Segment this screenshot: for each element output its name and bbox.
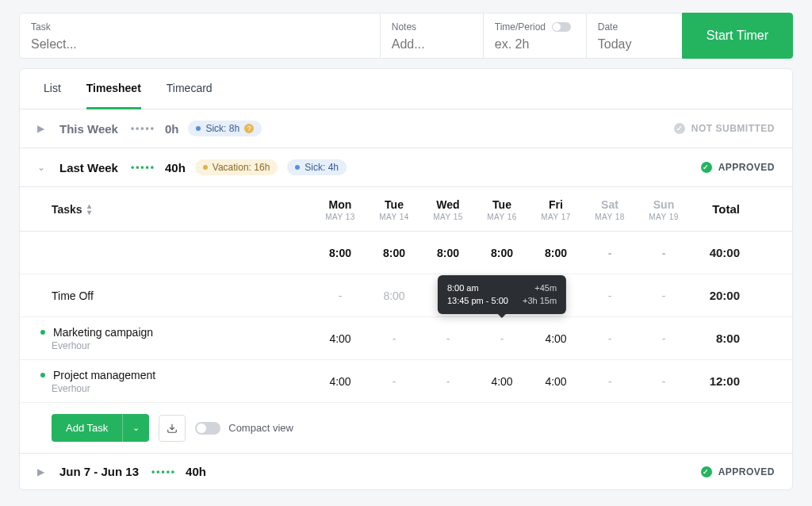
period-toggle[interactable] [552, 22, 571, 32]
tab-timecard[interactable]: Timecard [167, 69, 213, 109]
time-cell[interactable]: - [583, 289, 637, 302]
time-tooltip: 8:00 am+45m 13:45 pm - 5:00+3h 15m [438, 275, 566, 314]
time-field[interactable]: Time/Period [484, 13, 587, 59]
period-prev[interactable]: ▶ Jun 7 - Jun 13 ••••• 40h ✓APPROVED [20, 454, 792, 489]
notes-field[interactable]: Notes [381, 13, 484, 59]
period-title: Last Week [59, 161, 118, 174]
col-total: Total [691, 202, 762, 216]
status-dot-icon [40, 330, 45, 335]
col-tasks[interactable]: Tasks▴▾ [20, 203, 313, 216]
table-row: Marketing campaignEverhour 4:00 - - - 4:… [20, 317, 792, 360]
time-cell[interactable]: - [313, 289, 367, 302]
download-icon [167, 423, 178, 434]
sick-pill: Sick: 4h [287, 159, 347, 175]
period-this-week[interactable]: ▶ This Week ••••• 0h Sick: 8h? ✓NOT SUBM… [20, 109, 792, 148]
time-cell[interactable]: - [421, 332, 475, 345]
chevron-down-icon[interactable]: ⌄ [37, 162, 50, 173]
date-input[interactable] [598, 37, 671, 52]
table-row: Project managementEverhour 4:00 - - 4:00… [20, 360, 792, 403]
compact-view-control: Compact view [195, 422, 293, 435]
tab-list[interactable]: List [44, 69, 61, 109]
sick-pill: Sick: 8h? [188, 121, 262, 136]
col-day: MonMAY 13 [313, 187, 367, 231]
help-icon[interactable]: ? [244, 124, 254, 133]
row-summary: 8:00 8:00 8:00 8:00 8:00 - - 40:00 [20, 232, 792, 274]
period-hours: 40h [165, 161, 186, 174]
period-title: Jun 7 - Jun 13 [59, 465, 139, 478]
col-day: FriMAY 17 [529, 187, 583, 231]
row-total: 8:00 [691, 332, 762, 345]
time-cell[interactable]: - [583, 332, 637, 345]
col-day: SatMAY 18 [583, 187, 637, 231]
table-row: Time Off - 8:00 8:00 8:00 am+45m 13:45 p… [20, 274, 792, 317]
col-day: WedMAY 15 [421, 187, 475, 231]
check-icon: ✓ [701, 466, 712, 477]
add-task-button[interactable]: Add Task [52, 414, 122, 442]
task-name: Time Off [52, 289, 313, 302]
tab-timesheet[interactable]: Timesheet [86, 69, 141, 109]
row-total: 20:00 [691, 289, 762, 302]
add-task-dropdown[interactable]: ⌄ [122, 414, 149, 442]
col-day: TueMAY 16 [475, 187, 529, 231]
time-cell[interactable]: 4:00 [313, 332, 367, 345]
add-task-split-button: Add Task ⌄ [52, 414, 149, 442]
time-cell[interactable]: 8:00 [367, 289, 421, 302]
date-label: Date [598, 21, 671, 33]
task-project: Everhour [52, 383, 313, 394]
download-button[interactable] [159, 415, 186, 442]
time-cell[interactable]: - [367, 375, 421, 388]
task-name: Project management [53, 369, 155, 381]
period-hours: 0h [165, 122, 179, 136]
col-day: SunMAY 19 [637, 187, 691, 231]
task-field[interactable]: Task [19, 13, 381, 59]
time-cell[interactable]: - [583, 375, 637, 388]
status-approved: ✓APPROVED [701, 162, 775, 173]
row-total: 12:00 [691, 374, 762, 388]
col-day: TueMAY 14 [367, 187, 421, 231]
vacation-pill: Vacation: 16h [195, 159, 278, 175]
time-cell[interactable]: - [475, 332, 529, 345]
status-not-submitted: ✓NOT SUBMITTED [674, 123, 775, 134]
task-input[interactable] [31, 37, 369, 52]
task-project: Everhour [52, 340, 313, 351]
period-dots: ••••• [151, 466, 176, 477]
check-icon: ✓ [674, 123, 685, 134]
time-cell[interactable]: - [421, 375, 475, 388]
period-title: This Week [59, 122, 118, 136]
time-cell[interactable]: - [637, 332, 691, 345]
time-cell[interactable]: - [637, 375, 691, 388]
table-header: Tasks▴▾ MonMAY 13 TueMAY 14 WedMAY 15 Tu… [20, 187, 792, 232]
status-approved: ✓APPROVED [701, 466, 775, 477]
time-cell[interactable]: - [637, 289, 691, 302]
compact-label: Compact view [228, 422, 293, 434]
time-cell[interactable]: 4:00 [475, 375, 529, 388]
timesheet-card: List Timesheet Timecard ▶ This Week ••••… [19, 68, 793, 490]
task-name: Marketing campaign [53, 326, 153, 339]
task-label: Task [31, 21, 369, 33]
period-last-week[interactable]: ⌄ Last Week ••••• 40h Vacation: 16h Sick… [20, 148, 792, 187]
time-label: Time/Period [495, 21, 575, 33]
period-hours: 40h [186, 465, 206, 478]
time-cell[interactable]: - [367, 332, 421, 345]
time-input[interactable] [495, 37, 575, 52]
entry-bar: Task Notes Time/Period Date Start Timer [0, 0, 812, 68]
start-timer-button[interactable]: Start Timer [682, 13, 793, 59]
time-cell[interactable]: 4:00 [529, 332, 583, 345]
chevron-right-icon[interactable]: ▶ [37, 466, 50, 477]
check-icon: ✓ [701, 162, 712, 173]
chevron-right-icon[interactable]: ▶ [37, 123, 50, 134]
sort-icon: ▴▾ [87, 203, 91, 216]
status-dot-icon [40, 373, 45, 378]
period-dots: ••••• [131, 123, 155, 134]
time-cell[interactable]: 4:00 [313, 375, 367, 388]
time-cell[interactable]: 4:00 [529, 375, 583, 388]
tabs: List Timesheet Timecard [20, 69, 792, 109]
notes-input[interactable] [392, 37, 472, 52]
compact-toggle[interactable] [195, 422, 220, 435]
notes-label: Notes [392, 21, 472, 33]
table-footer: Add Task ⌄ Compact view [20, 403, 792, 454]
period-dots: ••••• [131, 162, 155, 173]
date-field[interactable]: Date [587, 13, 682, 59]
